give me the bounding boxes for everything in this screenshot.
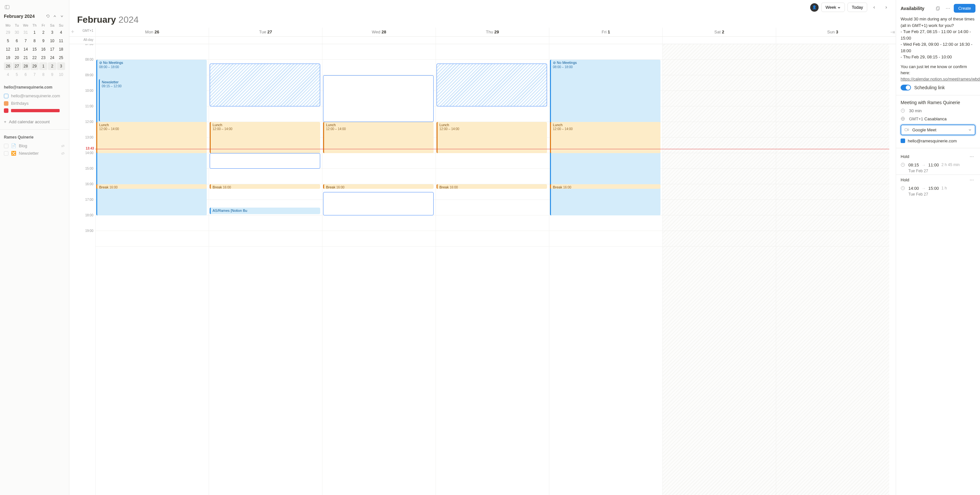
calendar-event[interactable]: Break 16:00 [96, 184, 207, 189]
mini-cal-day[interactable]: 4 [4, 71, 12, 78]
day-column[interactable]: Lunch12:00 – 14:00Break 16:00 [436, 44, 549, 495]
day-column[interactable] [776, 44, 889, 495]
mini-cal-day[interactable]: 1 [30, 29, 38, 36]
mini-cal-day[interactable]: 6 [22, 71, 30, 78]
mini-cal-day[interactable]: 20 [13, 54, 21, 62]
availability-slot[interactable] [323, 192, 434, 216]
mini-cal-day[interactable]: 14 [22, 45, 30, 53]
mini-cal-day[interactable]: 31 [22, 29, 30, 36]
mini-cal-day[interactable]: 1 [39, 62, 47, 70]
mini-cal-day[interactable]: 7 [30, 71, 38, 78]
mini-cal-day[interactable]: 13 [13, 45, 21, 53]
availability-slot[interactable] [323, 75, 434, 122]
scheduling-link-toggle[interactable] [900, 85, 911, 91]
allday-cell[interactable] [322, 37, 436, 44]
mini-cal-day[interactable]: 17 [48, 45, 56, 53]
calendar-event[interactable]: AS/Rames [Notion Bu [210, 208, 320, 214]
calendar-event[interactable]: Lunch12:00 – 14:00 [550, 122, 660, 153]
day-column[interactable]: Lunch12:00 – 14:00Break 16:00AS/Rames [N… [209, 44, 322, 495]
mini-cal-day[interactable]: 27 [13, 62, 21, 70]
mini-cal-day[interactable]: 21 [22, 54, 30, 62]
workspace-item[interactable]: 🔀Newsletter [0, 150, 69, 157]
mini-cal-day[interactable]: 5 [13, 71, 21, 78]
availability-slot[interactable] [436, 64, 547, 106]
mini-cal-day[interactable]: 25 [57, 54, 65, 62]
today-button[interactable]: Today [848, 3, 867, 12]
hold-end-time[interactable]: 11:00 [929, 163, 939, 168]
allday-cell[interactable] [549, 37, 662, 44]
mini-cal-day[interactable]: 12 [4, 45, 12, 53]
mini-cal-undo-icon[interactable] [45, 13, 51, 19]
mini-cal-day[interactable]: 6 [13, 37, 21, 45]
availability-slot[interactable] [210, 64, 320, 106]
mini-cal-day[interactable]: 4 [57, 29, 65, 36]
calendar-event[interactable]: Lunch12:00 – 14:00 [436, 122, 547, 153]
mini-cal-day[interactable]: 15 [30, 45, 38, 53]
mini-cal-day[interactable]: 22 [30, 54, 38, 62]
calendar-event[interactable]: Lunch12:00 – 14:00 [323, 122, 434, 153]
mini-cal-day[interactable]: 5 [4, 37, 12, 45]
eye-off-icon[interactable] [60, 151, 65, 156]
mini-cal-day[interactable]: 11 [57, 37, 65, 45]
meeting-title-field[interactable]: Meeting with Rames Quinerie [900, 100, 975, 105]
mini-cal-day[interactable]: 2 [48, 62, 56, 70]
conferencing-select[interactable]: Google Meet [900, 125, 975, 135]
calendar-event[interactable]: Lunch12:00 – 14:00 [96, 122, 207, 153]
view-select-button[interactable]: Week [821, 3, 845, 12]
eye-off-icon[interactable] [60, 144, 65, 148]
day-column[interactable]: Lunch12:00 – 14:00Break 16:00 [322, 44, 436, 495]
hold-start-time[interactable]: 08:15 [908, 163, 919, 168]
allday-cell[interactable] [95, 37, 209, 44]
day-column[interactable]: ⊘ No Meetings08:00 – 18:00Lunch12:00 – 1… [549, 44, 662, 495]
allday-cell[interactable] [209, 37, 322, 44]
calendar-event[interactable]: Break 16:00 [323, 184, 434, 189]
mini-cal-day[interactable]: 30 [13, 29, 21, 36]
calendar-event[interactable]: Break 16:00 [210, 184, 320, 189]
mini-cal-day[interactable]: 23 [39, 54, 47, 62]
add-calendar-button[interactable]: + Add calendar account [0, 117, 69, 127]
mini-cal-day[interactable]: 10 [57, 71, 65, 78]
calendar-event[interactable]: Newsletter09:15 – 12:00 [99, 79, 207, 121]
mini-cal-day[interactable]: 7 [22, 37, 30, 45]
allday-cell[interactable] [662, 37, 776, 44]
sidebar-collapse-button[interactable] [4, 4, 10, 10]
next-week-button[interactable] [881, 3, 891, 12]
allday-cell[interactable] [436, 37, 549, 44]
add-column-icon[interactable]: + [69, 27, 76, 36]
mini-cal-day[interactable]: 18 [57, 45, 65, 53]
mini-cal-day[interactable]: 3 [57, 62, 65, 70]
hold-more-icon[interactable]: ⋯ [968, 176, 975, 184]
hold-start-time[interactable]: 14:00 [908, 186, 919, 191]
day-column[interactable] [662, 44, 776, 495]
mini-cal-day[interactable]: 26 [4, 62, 12, 70]
mini-cal-day[interactable]: 10 [48, 37, 56, 45]
day-column[interactable]: ⊘ No Meetings08:00 – 18:00Newsletter09:1… [95, 44, 209, 495]
calendar-item-redacted[interactable] [4, 107, 65, 114]
mini-cal-next-icon[interactable] [59, 13, 65, 19]
duration-field[interactable]: 30 min [900, 109, 975, 113]
workspace-item[interactable]: 📄Blog [0, 142, 69, 150]
mini-cal-day[interactable]: 28 [22, 62, 30, 70]
calendar-item[interactable]: Birthdays [4, 100, 65, 107]
mini-cal-day[interactable]: 8 [30, 37, 38, 45]
mini-cal-day[interactable]: 16 [39, 45, 47, 53]
mini-cal-prev-icon[interactable] [51, 13, 58, 19]
hold-more-icon[interactable]: ⋯ [968, 153, 975, 161]
calendar-event[interactable]: Break 16:00 [436, 184, 547, 189]
mini-cal-day[interactable]: 24 [48, 54, 56, 62]
mini-cal-day[interactable]: 8 [39, 71, 47, 78]
allday-cell[interactable] [776, 37, 889, 44]
availability-slot[interactable] [210, 153, 320, 169]
calendar-item[interactable]: hello@ramesquinerie.com [4, 92, 65, 100]
calendar-event[interactable]: Break 16:00 [550, 184, 660, 189]
calendar-event[interactable]: Lunch12:00 – 14:00 [210, 122, 320, 153]
scheduling-link[interactable]: https://calendar.notion.so/meet/rames/wb… [900, 77, 980, 81]
user-avatar[interactable]: 👤 [810, 3, 819, 12]
more-options-icon[interactable]: ⋯ [944, 5, 952, 12]
mini-cal-day[interactable]: 3 [48, 29, 56, 36]
mini-cal-day[interactable]: 19 [4, 54, 12, 62]
host-email-row[interactable]: hello@ramesquinerie.com [900, 139, 975, 144]
mini-cal-day[interactable]: 2 [39, 29, 47, 36]
create-button[interactable]: Create [954, 4, 975, 13]
mini-cal-day[interactable]: 29 [30, 62, 38, 70]
